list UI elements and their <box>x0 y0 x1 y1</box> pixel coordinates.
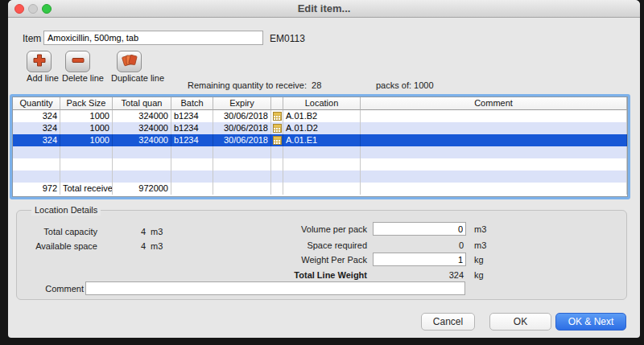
volume-per-pack-label: Volume per pack <box>254 224 367 234</box>
cell-expiry[interactable]: 30/06/2018 <box>213 122 271 134</box>
total-capacity-unit: m3 <box>151 227 163 236</box>
weight-per-pack-unit: kg <box>474 255 484 265</box>
table-row-selected[interactable]: 324 1000 324000 b1234 30/06/2018 A.01.E1 <box>13 134 627 146</box>
cell-pack-size[interactable]: 1000 <box>60 134 113 146</box>
calendar-icon[interactable] <box>273 112 282 121</box>
calendar-icon[interactable] <box>273 136 282 145</box>
column-header-quantity[interactable]: Quantity <box>13 97 60 110</box>
space-required-value: 0 <box>373 240 464 250</box>
add-line-button[interactable] <box>27 51 52 72</box>
cell-calendar[interactable] <box>271 110 283 122</box>
location-details-legend: Location Details <box>31 204 101 216</box>
cell-total-quan[interactable]: 324000 <box>113 110 171 122</box>
comment-input[interactable] <box>85 281 465 295</box>
total-capacity-value: 4 <box>122 227 146 236</box>
add-line-label: Add line <box>24 73 61 83</box>
table-header-row: Quantity Pack Size Total quan Batch Expi… <box>13 97 627 110</box>
total-received-label: Total received <box>60 183 113 195</box>
minus-icon <box>71 53 85 71</box>
total-line-weight-label: Total Line Weight <box>254 270 367 280</box>
edit-item-dialog: Edit item... Item EM0113 Add line De <box>8 0 640 338</box>
weight-per-pack-input[interactable] <box>373 253 466 266</box>
duplicate-line-label: Duplicate line <box>108 73 167 83</box>
remaining-quantity-value: 28 <box>312 80 321 90</box>
duplicate-line-button[interactable] <box>117 51 142 72</box>
calendar-icon[interactable] <box>273 124 282 133</box>
total-line-weight-unit: kg <box>474 270 484 280</box>
table-filler <box>13 195 627 196</box>
item-label: Item <box>23 33 41 44</box>
space-required-unit: m3 <box>474 240 486 250</box>
total-quantity: 972 <box>13 183 60 195</box>
column-header-expiry-icon <box>271 97 283 110</box>
volume-per-pack-unit: m3 <box>474 224 486 234</box>
plus-icon <box>32 53 47 71</box>
cell-expiry[interactable]: 30/06/2018 <box>213 134 271 146</box>
cell-pack-size[interactable]: 1000 <box>60 122 113 134</box>
item-code: EM0113 <box>270 33 305 44</box>
column-header-total-quan[interactable]: Total quan <box>113 97 171 110</box>
ok-and-next-button[interactable]: OK & Next <box>555 313 626 331</box>
packs-of-text: packs of: 1000 <box>376 80 434 90</box>
cell-location[interactable]: A.01.D2 <box>283 122 361 134</box>
cell-total-quan[interactable]: 324000 <box>113 122 171 134</box>
cell-quantity[interactable]: 324 <box>13 122 60 134</box>
cell-calendar[interactable] <box>271 134 283 146</box>
total-line-weight-value: 324 <box>373 270 464 280</box>
delete-line-button[interactable] <box>65 51 90 72</box>
total-quan-value: 972000 <box>113 183 171 195</box>
lines-table: Quantity Pack Size Total quan Batch Expi… <box>10 94 630 199</box>
column-header-location[interactable]: Location <box>283 97 361 110</box>
title-bar: Edit item... <box>8 0 640 18</box>
cell-comment[interactable] <box>361 122 627 134</box>
cell-quantity[interactable]: 324 <box>13 110 60 122</box>
item-name-input[interactable] <box>43 31 263 45</box>
available-space-value: 4 <box>122 241 146 251</box>
duplicate-cards-icon <box>122 53 138 71</box>
cell-location[interactable]: A.01.B2 <box>283 110 361 122</box>
column-header-pack-size[interactable]: Pack Size <box>60 97 113 110</box>
table-row[interactable]: 324 1000 324000 b1234 30/06/2018 A.01.B2 <box>13 110 627 122</box>
table-row[interactable]: 324 1000 324000 b1234 30/06/2018 A.01.D2 <box>13 122 627 134</box>
minimize-window-button[interactable] <box>28 4 38 14</box>
column-header-batch[interactable]: Batch <box>171 97 213 110</box>
cell-total-quan[interactable]: 324000 <box>113 134 171 146</box>
remaining-quantity-text: Remaining quantity to receive: 28 <box>188 80 321 90</box>
close-window-button[interactable] <box>14 4 24 14</box>
cell-calendar[interactable] <box>271 122 283 134</box>
cell-location[interactable]: A.01.E1 <box>283 134 361 146</box>
cell-batch[interactable]: b1234 <box>171 122 213 134</box>
cell-batch[interactable]: b1234 <box>171 110 213 122</box>
table-row-empty[interactable] <box>13 146 627 158</box>
available-space-unit: m3 <box>151 241 163 251</box>
total-capacity-label: Total capacity <box>21 227 97 236</box>
zoom-window-button[interactable] <box>42 4 52 14</box>
table-row-empty[interactable] <box>13 170 627 183</box>
weight-per-pack-label: Weight Per Pack <box>254 255 367 265</box>
packs-of-value: 1000 <box>414 80 433 90</box>
window-title: Edit item... <box>8 0 640 18</box>
cancel-button[interactable]: Cancel <box>421 313 475 331</box>
comment-label: Comment <box>17 284 84 294</box>
space-required-label: Space required <box>254 240 367 250</box>
cell-batch[interactable]: b1234 <box>171 134 213 146</box>
cell-comment[interactable] <box>361 134 627 146</box>
cell-quantity[interactable]: 324 <box>13 134 60 146</box>
table-total-row: 972 Total received 972000 <box>13 183 627 195</box>
ok-button[interactable]: OK <box>489 313 551 331</box>
column-header-expiry[interactable]: Expiry <box>213 97 271 110</box>
location-details-group: Location Details Total capacity 4 m3 Ava… <box>16 210 627 300</box>
table-row-empty[interactable] <box>13 158 627 170</box>
delete-line-label: Delete line <box>58 73 108 83</box>
cell-pack-size[interactable]: 1000 <box>60 110 113 122</box>
available-space-label: Available space <box>21 241 97 251</box>
cell-comment[interactable] <box>361 110 627 122</box>
column-header-comment[interactable]: Comment <box>361 97 627 110</box>
volume-per-pack-input[interactable] <box>373 222 466 236</box>
cell-expiry[interactable]: 30/06/2018 <box>213 110 271 122</box>
